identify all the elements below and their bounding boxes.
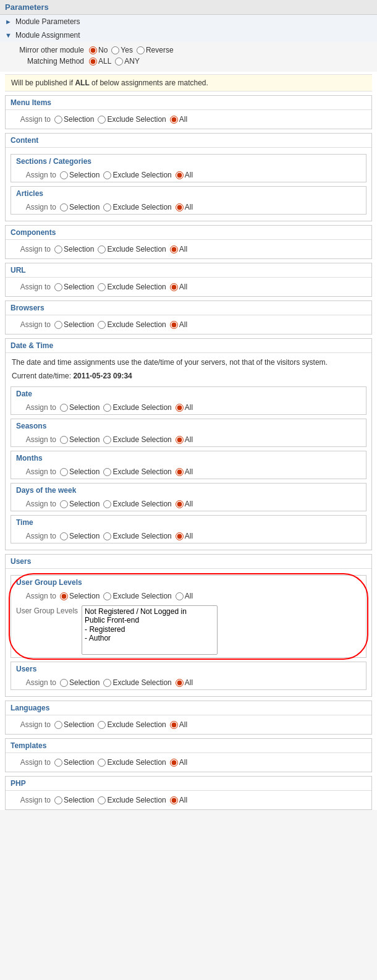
url-selection-radio[interactable] (54, 283, 62, 291)
days-selection-option[interactable]: Selection (60, 500, 100, 508)
ugl-option-not-registered[interactable]: Not Registered / Not Logged in (85, 607, 214, 616)
browsers-all-option[interactable]: All (170, 320, 187, 329)
comp-all-option[interactable]: All (170, 245, 187, 254)
comp-exclude-radio[interactable] (98, 245, 106, 254)
time-selection-radio[interactable] (60, 532, 68, 540)
date-all-radio[interactable] (176, 404, 184, 412)
url-selection-option[interactable]: Selection (54, 283, 94, 291)
module-parameters-toggle[interactable]: ► Module Parameters (0, 15, 377, 28)
lang-selection-radio[interactable] (54, 721, 62, 729)
tpl-exclude-option[interactable]: Exclude Selection (98, 758, 166, 767)
tpl-selection-option[interactable]: Selection (54, 758, 94, 767)
lang-exclude-option[interactable]: Exclude Selection (98, 720, 166, 729)
months-exclude-option[interactable]: Exclude Selection (103, 467, 171, 476)
months-selection-radio[interactable] (60, 468, 68, 476)
url-exclude-option[interactable]: Exclude Selection (98, 283, 166, 291)
tpl-exclude-radio[interactable] (98, 759, 106, 767)
articles-selection-radio[interactable] (60, 203, 68, 211)
php-selection-radio[interactable] (54, 796, 62, 804)
articles-selection-option[interactable]: Selection (60, 203, 100, 211)
menu-items-exclude-option[interactable]: Exclude Selection (98, 115, 166, 124)
mirror-yes-option[interactable]: Yes (111, 46, 133, 54)
tpl-all-radio[interactable] (170, 759, 178, 767)
sc-selection-radio[interactable] (60, 171, 68, 179)
seasons-all-option[interactable]: All (176, 435, 193, 444)
ugl-exclude-radio[interactable] (103, 592, 111, 600)
days-all-radio[interactable] (176, 500, 184, 508)
date-all-option[interactable]: All (176, 403, 193, 412)
date-exclude-option[interactable]: Exclude Selection (103, 403, 171, 412)
ugl-exclude-option[interactable]: Exclude Selection (103, 592, 171, 600)
seasons-all-radio[interactable] (176, 436, 184, 444)
seasons-selection-option[interactable]: Selection (60, 435, 100, 444)
days-exclude-option[interactable]: Exclude Selection (103, 500, 171, 508)
months-exclude-radio[interactable] (103, 468, 111, 476)
date-selection-radio[interactable] (60, 404, 68, 412)
mirror-yes-radio[interactable] (111, 46, 119, 54)
sc-all-option[interactable]: All (176, 171, 193, 179)
menu-items-selection-radio[interactable] (54, 116, 62, 124)
sc-selection-option[interactable]: Selection (60, 171, 100, 179)
tpl-all-option[interactable]: All (170, 758, 187, 767)
browsers-all-radio[interactable] (170, 321, 178, 329)
lang-all-option[interactable]: All (170, 720, 187, 729)
lang-selection-option[interactable]: Selection (54, 720, 94, 729)
months-all-option[interactable]: All (176, 467, 193, 476)
seasons-selection-radio[interactable] (60, 436, 68, 444)
browsers-exclude-option[interactable]: Exclude Selection (98, 320, 166, 329)
date-exclude-radio[interactable] (103, 404, 111, 412)
mirror-no-option[interactable]: No (89, 46, 108, 54)
users-all-radio[interactable] (176, 679, 184, 687)
comp-selection-option[interactable]: Selection (54, 245, 94, 254)
tpl-selection-radio[interactable] (54, 759, 62, 767)
months-all-radio[interactable] (176, 468, 184, 476)
ugl-option-author[interactable]: - Author (85, 634, 214, 642)
matching-any-radio[interactable] (115, 58, 123, 66)
articles-exclude-option[interactable]: Exclude Selection (103, 203, 171, 211)
time-exclude-option[interactable]: Exclude Selection (103, 532, 171, 540)
php-selection-option[interactable]: Selection (54, 796, 94, 804)
ugl-selection-radio[interactable] (60, 592, 68, 600)
comp-exclude-option[interactable]: Exclude Selection (98, 245, 166, 254)
users-selection-option[interactable]: Selection (60, 678, 100, 687)
menu-items-all-option[interactable]: All (170, 115, 187, 124)
lang-all-radio[interactable] (170, 721, 178, 729)
seasons-exclude-radio[interactable] (103, 436, 111, 444)
days-selection-radio[interactable] (60, 500, 68, 508)
mirror-reverse-option[interactable]: Reverse (137, 46, 174, 54)
php-exclude-radio[interactable] (98, 796, 106, 804)
matching-all-option[interactable]: ALL (89, 57, 111, 66)
php-exclude-option[interactable]: Exclude Selection (98, 796, 166, 804)
time-selection-option[interactable]: Selection (60, 532, 100, 540)
articles-exclude-radio[interactable] (103, 203, 111, 211)
url-exclude-radio[interactable] (98, 283, 106, 291)
matching-any-option[interactable]: ANY (115, 57, 140, 66)
mirror-no-radio[interactable] (89, 46, 97, 54)
comp-selection-radio[interactable] (54, 245, 62, 254)
time-all-radio[interactable] (176, 532, 184, 540)
ugl-all-option[interactable]: All (176, 592, 193, 600)
users-selection-radio[interactable] (60, 679, 68, 687)
user-group-listbox[interactable]: Not Registered / Not Logged in Public Fr… (82, 605, 218, 655)
days-all-option[interactable]: All (176, 500, 193, 508)
articles-all-radio[interactable] (176, 203, 184, 211)
months-selection-option[interactable]: Selection (60, 467, 100, 476)
seasons-exclude-option[interactable]: Exclude Selection (103, 435, 171, 444)
time-all-option[interactable]: All (176, 532, 193, 540)
lang-exclude-radio[interactable] (98, 721, 106, 729)
menu-items-selection-option[interactable]: Selection (54, 115, 94, 124)
module-assignment-toggle[interactable]: ▼ Module Assignment (0, 28, 377, 42)
date-selection-option[interactable]: Selection (60, 403, 100, 412)
comp-all-radio[interactable] (170, 245, 178, 254)
sc-all-radio[interactable] (176, 171, 184, 179)
users-all-option[interactable]: All (176, 678, 193, 687)
browsers-exclude-radio[interactable] (98, 321, 106, 329)
sc-exclude-option[interactable]: Exclude Selection (103, 171, 171, 179)
ugl-option-registered[interactable]: - Registered (85, 625, 214, 634)
php-all-radio[interactable] (170, 796, 178, 804)
articles-all-option[interactable]: All (176, 203, 193, 211)
menu-items-exclude-radio[interactable] (98, 116, 106, 124)
browsers-selection-radio[interactable] (54, 321, 62, 329)
ugl-option-public[interactable]: Public Front-end (85, 616, 214, 624)
sc-exclude-radio[interactable] (103, 171, 111, 179)
